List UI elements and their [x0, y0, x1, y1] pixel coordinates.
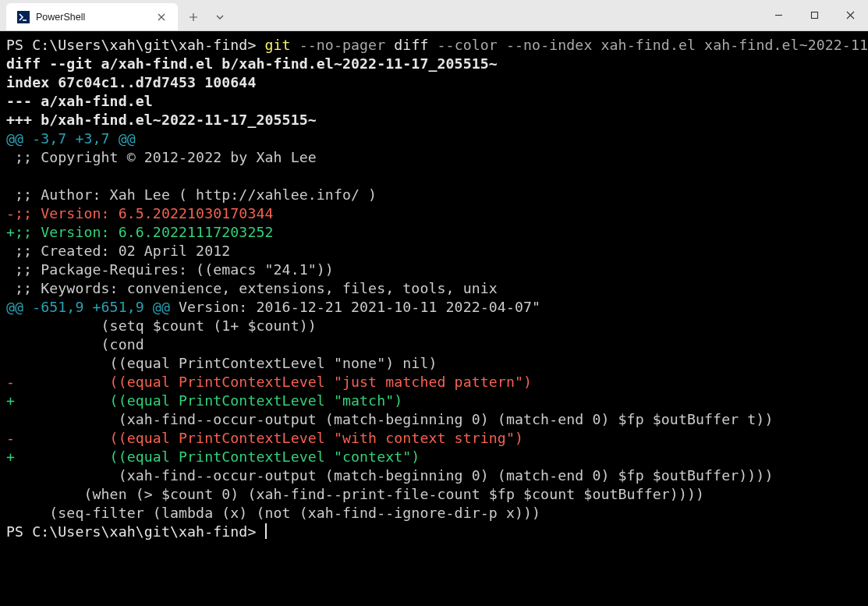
- window-close-button[interactable]: [832, 0, 868, 30]
- diff-line: ;; Author: Xah Lee ( http://xahlee.info/…: [6, 186, 377, 203]
- minimize-button[interactable]: [760, 0, 796, 30]
- prompt-suffix: >: [247, 37, 264, 53]
- diff-hunk-2-trail: Version: 2016-12-21 2021-10-11 2022-04-0…: [170, 299, 540, 315]
- tab-title: PowerShell: [36, 12, 148, 23]
- cmd-git: git: [265, 37, 291, 53]
- powershell-icon: [17, 11, 30, 23]
- diff-line: (when (> $count 0) (xah-find--print-file…: [6, 486, 704, 502]
- diff-line: ;; Package-Requires: ((emacs "24.1")): [6, 261, 334, 278]
- tab-powershell[interactable]: PowerShell: [6, 3, 178, 30]
- diff-line: (cond: [6, 336, 144, 353]
- diff-del: - ((equal PrintContextLevel "just matche…: [6, 374, 532, 390]
- prompt-path: C:\Users\xah\git\xah-find: [32, 523, 247, 540]
- diff-line: (xah-find--occur-output (match-beginning…: [6, 411, 773, 427]
- diff-line: (xah-find--occur-output (match-beginning…: [6, 467, 773, 484]
- prompt-suffix: >: [247, 523, 264, 540]
- diff-add: + ((equal PrintContextLevel "match"): [6, 392, 402, 409]
- close-icon[interactable]: [154, 10, 168, 24]
- titlebar: PowerShell: [0, 0, 868, 31]
- svg-rect-0: [811, 12, 817, 19]
- cursor: [265, 523, 267, 539]
- tab-controls: [178, 3, 232, 30]
- diff-hunk-2: @@ -651,9 +651,9 @@: [6, 299, 170, 315]
- prompt-prefix: PS: [6, 37, 32, 53]
- cmd-args-pre: --no-pager: [291, 37, 395, 53]
- diff-line: ;; Created: 02 April 2012: [6, 243, 230, 259]
- maximize-button[interactable]: [796, 0, 832, 30]
- diff-line: ;; Copyright © 2012-2022 by Xah Lee: [6, 149, 317, 165]
- diff-line: ((equal PrintContextLevel "none") nil): [6, 355, 438, 371]
- terminal[interactable]: PS C:\Users\xah\git\xah-find> git --no-p…: [0, 31, 868, 606]
- diff-add: + ((equal PrintContextLevel "context"): [6, 448, 420, 465]
- cmd-args-post: --color --no-index xah-find.el xah-find.…: [428, 37, 868, 53]
- diff-header-2: index 67c04c1..d7d7453 100644: [6, 74, 256, 90]
- diff-del: - ((equal PrintContextLevel "with contex…: [6, 430, 523, 446]
- new-tab-button[interactable]: [181, 5, 206, 30]
- diff-header-3: --- a/xah-find.el: [6, 93, 153, 109]
- tab-dropdown-button[interactable]: [207, 5, 232, 30]
- diff-header-1: diff --git a/xah-find.el b/xah-find.el~2…: [6, 55, 498, 72]
- cmd-sub: diff: [394, 37, 428, 53]
- titlebar-left: PowerShell: [0, 0, 232, 30]
- diff-line: ;; Keywords: convenience, extensions, fi…: [6, 280, 498, 296]
- diff-del: -;; Version: 6.5.20221030170344: [6, 205, 274, 221]
- diff-header-4: +++ b/xah-find.el~2022-11-17_205515~: [6, 112, 317, 128]
- prompt-path: C:\Users\xah\git\xah-find: [32, 37, 247, 53]
- diff-line: (seq-filter (lambda (x) (not (xah-find--…: [6, 505, 540, 521]
- diff-line: (setq $count (1+ $count)): [6, 317, 317, 334]
- diff-add: +;; Version: 6.6.20221117203252: [6, 224, 274, 240]
- diff-hunk-1: @@ -3,7 +3,7 @@: [6, 130, 136, 147]
- window-controls: [760, 0, 868, 30]
- prompt-prefix: PS: [6, 523, 32, 540]
